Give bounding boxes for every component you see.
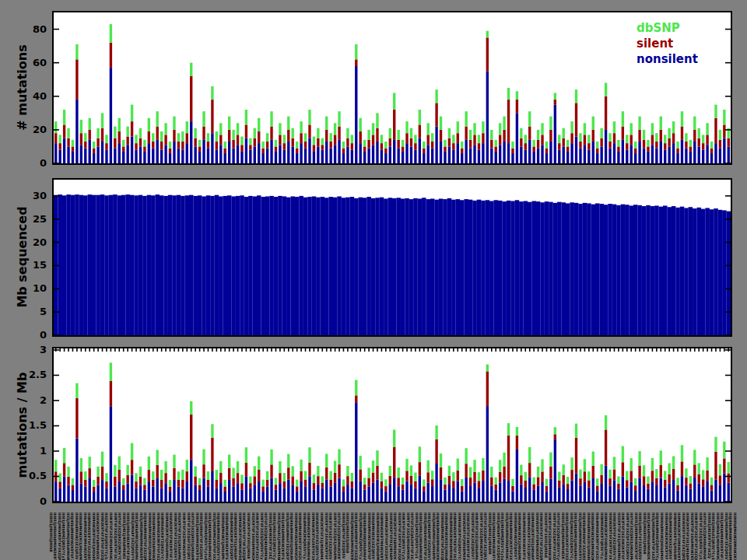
bar-segment	[58, 481, 61, 488]
bar-segment	[524, 472, 527, 481]
bar-segment	[676, 149, 679, 153]
bar-segment	[600, 128, 602, 138]
bar-segment	[584, 145, 586, 163]
bar-segment	[270, 464, 272, 478]
bar-segment	[143, 485, 146, 490]
bar-segment	[558, 135, 560, 143]
bar-segment	[168, 195, 173, 335]
bar-segment	[359, 198, 363, 335]
bar-segment	[515, 200, 520, 335]
bar-segment	[465, 464, 467, 478]
bar-segment	[630, 123, 633, 135]
bar-segment	[351, 481, 353, 488]
bar-segment	[148, 470, 150, 481]
bar-segment	[292, 476, 294, 485]
bar-segment	[342, 142, 345, 149]
bar-segment	[608, 478, 611, 485]
bar-segment	[317, 138, 319, 147]
bar-segment	[444, 152, 446, 163]
bar-segment	[160, 195, 164, 335]
bar-segment	[101, 128, 103, 142]
bar-segment	[647, 140, 649, 147]
bar-segment	[258, 143, 260, 163]
bar-segment	[664, 471, 666, 480]
bar-segment	[282, 196, 287, 335]
bar-segment	[300, 143, 302, 163]
bar-segment	[541, 471, 543, 482]
bar-segment	[486, 31, 489, 38]
bar-segment	[258, 457, 260, 470]
bar-segment	[469, 140, 472, 149]
bar-segment	[355, 66, 357, 163]
bar-segment	[714, 452, 717, 480]
bar-segment	[329, 480, 331, 487]
bar-segment	[131, 121, 133, 136]
bar-segment	[321, 476, 324, 483]
bar-segment	[693, 464, 696, 478]
bar-segment	[389, 146, 391, 163]
bar-segment	[503, 117, 505, 130]
bar-segment	[579, 470, 581, 478]
bar-segment	[595, 203, 600, 335]
bar-segment	[397, 486, 399, 502]
bar-segment	[223, 196, 228, 335]
bar-segment	[114, 487, 116, 502]
bar-segment	[499, 460, 501, 472]
bar-segment	[697, 208, 702, 335]
bar-segment	[630, 471, 633, 481]
bar-segment	[499, 123, 501, 135]
bar-segment	[193, 196, 198, 335]
bar-segment	[575, 473, 577, 502]
bar-segment	[334, 483, 336, 502]
bar-segment	[156, 478, 159, 502]
bar-segment	[84, 480, 86, 487]
bar-segment	[224, 149, 226, 153]
bar-segment	[702, 143, 704, 150]
bar-segment	[563, 138, 565, 147]
bar-segment	[478, 472, 480, 481]
bar-segment	[584, 471, 586, 482]
bar-segment	[622, 140, 624, 163]
bar-segment	[381, 143, 383, 150]
bar-segment	[693, 450, 696, 464]
bar-segment	[638, 117, 640, 130]
bar-segment	[237, 461, 239, 473]
bar-segment	[72, 478, 74, 485]
bar-segment	[719, 464, 721, 475]
bar-segment	[579, 485, 581, 502]
bar-segment	[139, 146, 142, 163]
bar-segment	[545, 491, 548, 502]
bar-segment	[524, 150, 527, 163]
bar-segment	[269, 196, 274, 335]
bar-segment	[93, 487, 95, 492]
bar-segment	[67, 477, 69, 485]
bar-segment	[148, 118, 150, 131]
bar-segment	[224, 153, 226, 163]
bar-segment	[553, 203, 558, 335]
bar-segment	[414, 481, 416, 488]
bar-segment	[75, 44, 78, 59]
bar-segment	[164, 483, 167, 502]
bar-segment	[558, 150, 560, 163]
bar-segment	[681, 445, 683, 461]
bar-segment	[321, 197, 325, 335]
bar-segment	[486, 371, 489, 406]
bar-segment	[592, 142, 594, 163]
bar-segment	[342, 198, 346, 335]
bar-segment	[660, 142, 662, 163]
bar-segment	[427, 145, 430, 163]
bar-segment	[80, 471, 82, 483]
bar-segment	[342, 479, 345, 486]
bar-segment	[528, 202, 532, 335]
bar-segment	[643, 465, 645, 476]
bar-segment	[131, 105, 133, 122]
bar-segment	[376, 466, 378, 480]
bar-segment	[363, 490, 366, 502]
bar-segment	[728, 473, 730, 482]
bar-segment	[237, 135, 239, 145]
bar-segment	[457, 133, 459, 143]
bar-segment	[698, 138, 700, 147]
bar-segment	[664, 487, 666, 502]
bar-segment	[254, 466, 256, 476]
bar-segment	[486, 406, 489, 502]
